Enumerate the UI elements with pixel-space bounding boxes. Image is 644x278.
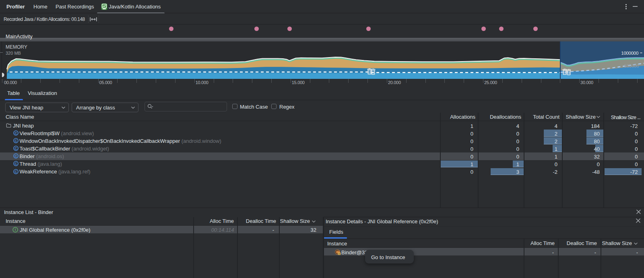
svg-text:500000: 500000: [624, 64, 639, 68]
svg-text:C: C: [14, 131, 17, 135]
svg-text:C: C: [14, 154, 17, 158]
svg-text:I: I: [15, 228, 16, 232]
svg-text:1000000: 1000000: [621, 51, 638, 56]
svg-text:C: C: [14, 169, 17, 173]
svg-text:C: C: [14, 162, 17, 166]
svg-text:C: C: [14, 139, 17, 143]
svg-text:C: C: [14, 146, 17, 150]
